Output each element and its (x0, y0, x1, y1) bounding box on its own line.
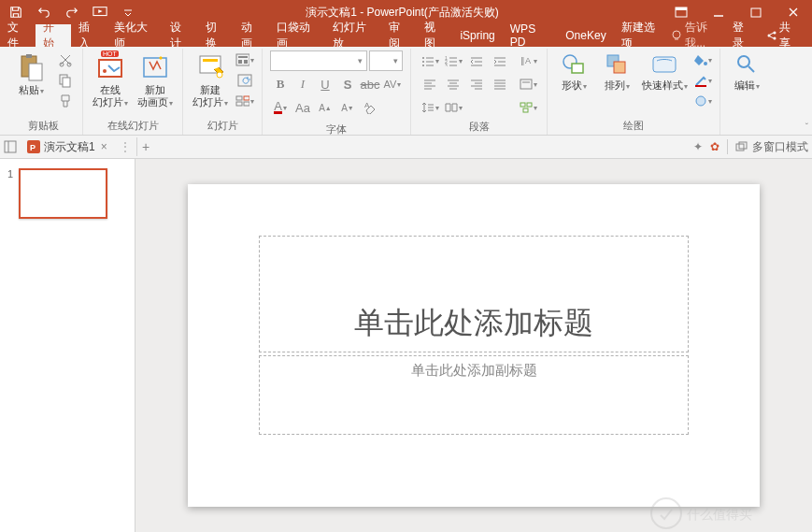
bold-button[interactable]: B (270, 74, 291, 94)
decrease-indent-button[interactable] (465, 50, 488, 71)
tab-ispring[interactable]: iSpring (452, 24, 502, 47)
line-spacing-button[interactable] (419, 97, 441, 118)
justify-button[interactable] (489, 74, 511, 94)
svg-point-59 (738, 56, 749, 67)
decrease-font-button[interactable]: A▼ (337, 97, 358, 118)
multi-window-icon (735, 141, 748, 152)
svg-rect-16 (63, 78, 70, 87)
shape-fill-button[interactable] (693, 50, 712, 69)
share-button[interactable]: 共享 (762, 24, 803, 47)
increase-font-button[interactable]: A▲ (315, 97, 335, 118)
outline-icon (694, 74, 707, 87)
tab-close-button[interactable]: × (99, 140, 109, 153)
tab-wps[interactable]: WPS PD (503, 24, 558, 47)
settings-icon[interactable]: ✿ (710, 140, 719, 153)
online-slides-button[interactable]: HOT 在线 幻灯片 (91, 50, 130, 109)
svg-rect-24 (238, 56, 248, 58)
new-animation-page-button[interactable]: 新加 动画页 (135, 50, 175, 109)
tab-pocket-anim[interactable]: 口袋动画 (269, 24, 325, 47)
editing-button[interactable]: 编辑 (728, 50, 765, 93)
online-slides-icon: HOT (95, 52, 125, 82)
svg-rect-46 (520, 79, 532, 89)
font-family-combo[interactable]: ▾ (270, 50, 367, 71)
quick-styles-button[interactable]: 快速样式 (641, 50, 688, 93)
tab-design[interactable]: 设计 (163, 24, 198, 47)
powerpoint-icon: P (27, 140, 40, 153)
ribbon-tabs: 文件 开始 插入 美化大师 设计 切换 动画 口袋动画 幻灯片放 审阅 视图 i… (0, 24, 812, 47)
section-button[interactable] (235, 92, 254, 110)
tab-slideshow[interactable]: 幻灯片放 (325, 24, 381, 47)
char-spacing-button[interactable]: AV (382, 74, 403, 94)
slide-canvas-area[interactable]: 单击此处添加标题 单击此处添加副标题 什么值得买 (135, 159, 812, 532)
align-center-button[interactable] (442, 74, 464, 94)
text-direction-button[interactable]: ‖A (517, 50, 539, 71)
cut-button[interactable] (56, 50, 75, 69)
collapse-ribbon-button[interactable]: ˇ (805, 122, 808, 133)
svg-point-56 (704, 62, 707, 65)
svg-point-67 (651, 498, 681, 528)
tab-home[interactable]: 开始 (36, 24, 71, 47)
slide[interactable]: 单击此处添加标题 单击此处添加副标题 (188, 184, 760, 507)
workspace: 1 单击此处添加标题 单击此处添加副标题 什么值得买 (0, 159, 812, 532)
tab-beautify[interactable]: 美化大师 (107, 24, 163, 47)
underline-button[interactable]: U (315, 74, 335, 94)
copy-button[interactable] (56, 71, 75, 90)
shadow-button[interactable]: S (337, 74, 358, 94)
tab-animations[interactable]: 动画 (234, 24, 269, 47)
tab-onekey[interactable]: OneKey (558, 24, 613, 47)
format-painter-button[interactable] (56, 92, 75, 110)
login-button[interactable]: 登录 (729, 24, 757, 47)
svg-point-5 (673, 31, 680, 38)
clear-formatting-button[interactable]: A (360, 97, 380, 118)
subtitle-placeholder[interactable]: 单击此处添加副标题 (259, 355, 689, 435)
smartart-button[interactable] (517, 97, 539, 118)
tab-review[interactable]: 审阅 (381, 24, 417, 47)
tab-file[interactable]: 文件 (0, 24, 36, 47)
tab-insert[interactable]: 插入 (71, 24, 107, 47)
svg-rect-52 (572, 64, 583, 73)
group-label-paragraph: 段落 (419, 118, 539, 136)
change-case-button[interactable]: Aa (292, 97, 313, 118)
fill-icon (694, 53, 707, 66)
columns-button[interactable] (442, 97, 464, 118)
paste-button[interactable]: 粘贴 (11, 50, 50, 97)
font-size-combo[interactable]: ▾ (369, 50, 403, 71)
align-text-button[interactable] (517, 74, 539, 94)
increase-indent-button[interactable] (489, 50, 511, 71)
svg-rect-29 (236, 102, 242, 106)
document-tab[interactable]: P 演示文稿1 × (21, 137, 116, 158)
bullets-button[interactable] (419, 50, 441, 71)
reset-icon (237, 74, 252, 87)
multi-window-button[interactable]: 多窗口模式 (735, 139, 808, 155)
svg-rect-65 (736, 144, 744, 151)
document-tab-label: 演示文稿1 (44, 139, 95, 155)
align-right-button[interactable] (465, 74, 488, 94)
shape-effects-button[interactable] (693, 92, 712, 110)
new-slide-button[interactable]: 新建 幻灯片 (191, 50, 230, 109)
title-placeholder[interactable]: 单击此处添加标题 (259, 236, 689, 352)
svg-rect-31 (244, 102, 249, 106)
shapes-button[interactable]: 形状 (555, 50, 592, 93)
svg-rect-49 (527, 103, 532, 107)
new-tab-button[interactable]: + (136, 137, 155, 156)
shape-outline-button[interactable] (693, 71, 712, 90)
eraser-icon: A (363, 101, 377, 114)
lightbulb-icon (670, 29, 682, 42)
tab-view[interactable]: 视图 (417, 24, 452, 47)
italic-button[interactable]: I (292, 74, 313, 94)
numbering-button[interactable]: 123 (442, 50, 464, 71)
reset-button[interactable] (235, 71, 254, 90)
arrange-button[interactable]: 排列 (598, 50, 635, 93)
star-icon[interactable]: ✦ (693, 140, 703, 153)
align-left-button[interactable] (419, 74, 441, 94)
tab-transitions[interactable]: 切换 (198, 24, 234, 47)
slide-thumbnail-1[interactable]: 1 (7, 168, 127, 219)
font-color-button[interactable]: A (270, 97, 291, 118)
nav-pane-toggle[interactable] (4, 140, 17, 153)
svg-rect-57 (695, 85, 706, 87)
svg-rect-61 (5, 141, 16, 152)
strikethrough-button[interactable]: abc (360, 74, 380, 94)
group-font: ▾ ▾ B I U S abc AV A Aa A▲ A▼ A 字体 (263, 49, 411, 135)
tab-new-options[interactable]: 新建选项 (614, 24, 670, 47)
layout-button[interactable] (235, 50, 254, 69)
